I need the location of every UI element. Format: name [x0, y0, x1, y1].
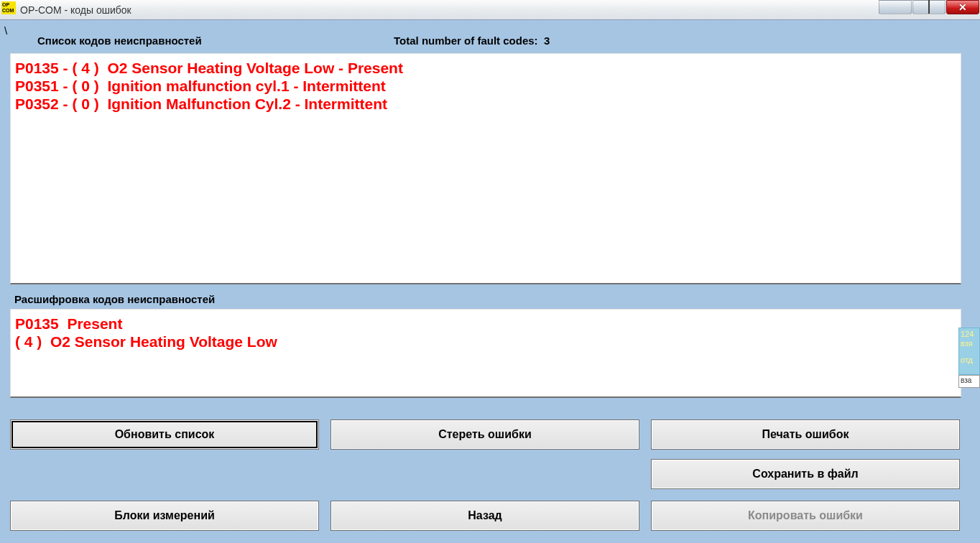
- erase-faults-button[interactable]: Стереть ошибки: [330, 419, 639, 450]
- back-button[interactable]: Назад: [330, 501, 639, 531]
- window-controls: ✕: [879, 0, 980, 19]
- decode-panel[interactable]: P0135 Present ( 4 ) O2 Sensor Heating Vo…: [10, 309, 961, 398]
- window-titlebar: OP COM OP-COM - коды ошибок ✕: [0, 0, 980, 20]
- print-faults-button[interactable]: Печать ошибок: [651, 419, 960, 450]
- side-line: отд: [961, 356, 978, 365]
- total-faults-count: 3: [544, 34, 550, 47]
- fault-codes-panel[interactable]: P0135 - ( 4 ) O2 Sensor Heating Voltage …: [10, 53, 961, 284]
- minimize-button[interactable]: [879, 0, 912, 14]
- side-line: взя: [961, 339, 978, 348]
- client-area: \ Список кодов неисправностей Total numb…: [0, 20, 980, 543]
- close-button[interactable]: ✕: [946, 0, 979, 14]
- refresh-list-button[interactable]: Обновить список: [10, 419, 319, 450]
- side-overlay-widget[interactable]: 124 взя отд: [958, 328, 980, 375]
- window-title: OP-COM - коды ошибок: [19, 0, 879, 19]
- measuring-blocks-button[interactable]: Блоки измерений: [10, 501, 319, 531]
- total-faults-label: Total number of fault codes: 3: [394, 34, 550, 47]
- stray-char: \: [4, 24, 7, 37]
- decode-line: P0135 Present: [15, 315, 956, 333]
- side-line: 124: [961, 330, 978, 339]
- close-icon: ✕: [958, 1, 967, 13]
- fault-code-line[interactable]: P0135 - ( 4 ) O2 Sensor Heating Voltage …: [15, 60, 956, 78]
- fault-code-line[interactable]: P0352 - ( 0 ) Ignition Malfunction Cyl.2…: [15, 96, 956, 113]
- app-icon: OP COM: [1, 1, 16, 14]
- maximize-button[interactable]: [912, 0, 946, 14]
- decode-label: Расшифровка кодов неисправностей: [14, 293, 215, 305]
- copy-faults-button: Копировать ошибки: [651, 501, 960, 531]
- side-overlay-input[interactable]: вза: [958, 375, 980, 388]
- total-faults-text: Total number of fault codes:: [394, 34, 538, 47]
- fault-list-label: Список кодов неисправностей: [37, 34, 202, 47]
- save-to-file-button[interactable]: Сохранить в файл: [651, 459, 960, 489]
- fault-code-line[interactable]: P0351 - ( 0 ) Ignition malfunction cyl.1…: [15, 78, 956, 96]
- decode-line: ( 4 ) O2 Sensor Heating Voltage Low: [15, 333, 956, 351]
